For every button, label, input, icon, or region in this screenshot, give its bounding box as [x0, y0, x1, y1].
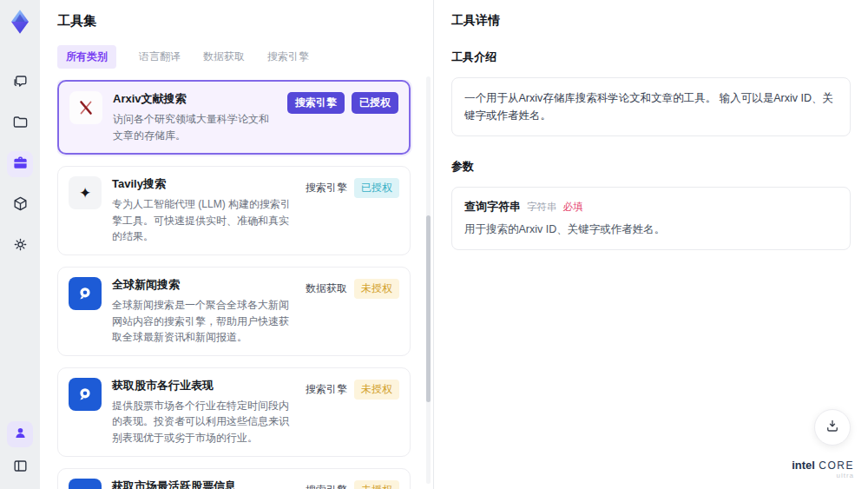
tool-name: 获取市场最活跃股票信息 — [112, 479, 297, 489]
sidebar-item-tools[interactable] — [7, 151, 33, 177]
intro-heading: 工具介绍 — [451, 50, 851, 65]
app-window: 工具集 所有类别 语言翻译 数据获取 搜索引擎 Arxiv文献搜索 访问各个研究… — [0, 0, 868, 489]
cube-icon — [12, 195, 29, 215]
chat-icon — [12, 73, 29, 93]
tab-all-categories[interactable]: 所有类别 — [57, 45, 116, 69]
app-logo-icon — [7, 9, 33, 35]
sidebar-item-user[interactable] — [7, 421, 33, 447]
stock-search-icon — [69, 479, 102, 489]
category-label: 数据获取 — [306, 278, 347, 300]
tool-card-arxiv[interactable]: Arxiv文献搜索 访问各个研究领域大量科学论文和文章的存储库。 搜索引擎 已授… — [57, 80, 411, 155]
auth-badge: 未授权 — [354, 279, 399, 299]
parameter-name: 查询字符串 — [464, 199, 521, 215]
tool-card-global-news[interactable]: 全球新闻搜索 全球新闻搜索是一个聚合全球各大新闻网站内容的搜索引擎，帮助用户快速… — [57, 267, 411, 356]
tool-list: Arxiv文献搜索 访问各个研究领域大量科学论文和文章的存储库。 搜索引擎 已授… — [57, 80, 418, 489]
tab-search-engine[interactable]: 搜索引擎 — [267, 45, 309, 69]
scrollbar-thumb[interactable] — [426, 215, 431, 402]
params-heading: 参数 — [451, 159, 851, 175]
auth-badge[interactable]: 已授权 — [352, 92, 398, 114]
auth-badge: 未授权 — [354, 480, 399, 489]
toolbox-icon — [12, 155, 29, 175]
parameter-description: 用于搜索的Arxiv ID、关键字或作者姓名。 — [464, 221, 838, 238]
sidebar — [0, 0, 40, 489]
tool-card-tavily[interactable]: ✦ Tavily搜索 专为人工智能代理 (LLM) 构建的搜索引擎工具。可快速提… — [57, 166, 411, 255]
category-label: 搜索引擎 — [306, 177, 347, 199]
tool-name: Tavily搜索 — [112, 176, 297, 192]
download-button[interactable] — [814, 409, 851, 446]
category-tabs: 所有类别 语言翻译 数据获取 搜索引擎 — [57, 45, 418, 69]
tool-description: 专为人工智能代理 (LLM) 构建的搜索引擎工具。可快速提供实时、准确和真实的结… — [112, 196, 297, 245]
parameter-card: 查询字符串 字符串 必填 用于搜索的Arxiv ID、关键字或作者姓名。 — [451, 187, 851, 250]
tool-name: Arxiv文献搜索 — [113, 91, 279, 107]
sidebar-item-panel-toggle[interactable] — [7, 454, 33, 480]
category-label: 搜索引擎 — [306, 479, 347, 489]
gear-icon — [12, 236, 29, 256]
tool-description: 全球新闻搜索是一个聚合全球各大新闻网站内容的搜索引擎，帮助用户快速获取全球最新资… — [112, 297, 297, 346]
category-badge[interactable]: 搜索引擎 — [287, 92, 345, 114]
tavily-star-icon: ✦ — [69, 176, 102, 209]
sidebar-item-files[interactable] — [7, 110, 33, 136]
folder-icon — [12, 114, 29, 134]
arxiv-logo-icon — [69, 91, 102, 124]
list-scrollbar[interactable] — [426, 76, 431, 484]
tool-name: 全球新闻搜索 — [112, 277, 297, 293]
stock-search-icon — [69, 378, 102, 411]
parameter-type: 字符串 — [527, 201, 557, 214]
tab-data-acquisition[interactable]: 数据获取 — [203, 45, 245, 69]
tool-details-panel: 工具详情 工具介绍 一个用于从Arxiv存储库搜索科学论文和文章的工具。 输入可… — [434, 0, 868, 489]
panel-toggle-icon — [12, 458, 29, 478]
tool-intro-text: 一个用于从Arxiv存储库搜索科学论文和文章的工具。 输入可以是Arxiv ID… — [451, 77, 851, 136]
auth-badge: 未授权 — [354, 380, 399, 400]
category-label: 搜索引擎 — [306, 379, 347, 400]
user-icon — [12, 425, 29, 445]
news-search-icon — [69, 277, 102, 310]
sidebar-item-models[interactable] — [7, 192, 33, 218]
tool-description: 访问各个研究领域大量科学论文和文章的存储库。 — [113, 111, 279, 143]
intel-core-logo: intel CORE ultra — [792, 457, 854, 480]
tool-description: 提供股票市场各个行业在特定时间段内的表现。投资者可以利用这些信息来识别表现优于或… — [112, 398, 297, 446]
sidebar-bottom — [7, 421, 33, 480]
tool-name: 获取股市各行业表现 — [112, 378, 297, 393]
tab-language-translation[interactable]: 语言翻译 — [139, 45, 181, 69]
tool-card-stock-sectors[interactable]: 获取股市各行业表现 提供股票市场各个行业在特定时间段内的表现。投资者可以利用这些… — [57, 367, 411, 457]
sidebar-item-chat[interactable] — [7, 69, 33, 96]
tools-panel: 工具集 所有类别 语言翻译 数据获取 搜索引擎 Arxiv文献搜索 访问各个研究… — [40, 0, 434, 489]
sidebar-nav — [7, 69, 33, 259]
auth-badge: 已授权 — [354, 178, 399, 198]
tool-card-active-stocks[interactable]: 获取市场最活跃股票信息 提供当天交易量最高的股票列表，投资者可以利用这些信息来识… — [57, 468, 411, 489]
details-title: 工具详情 — [451, 13, 851, 29]
sidebar-item-settings[interactable] — [7, 233, 33, 259]
page-title: 工具集 — [57, 13, 418, 30]
download-icon — [825, 418, 840, 437]
parameter-required-flag: 必填 — [563, 201, 583, 214]
